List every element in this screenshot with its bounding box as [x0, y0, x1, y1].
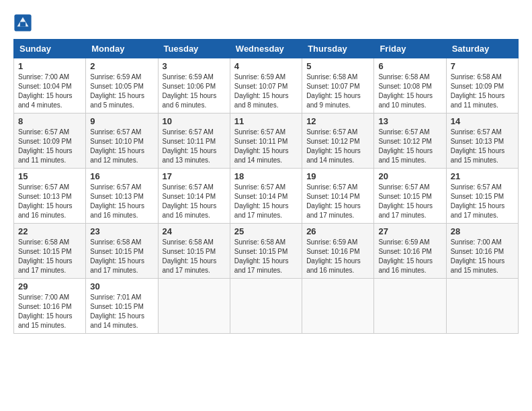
day-number: 25 [234, 226, 298, 236]
day-info: Sunrise: 6:58 AM Sunset: 10:15 PM Daylig… [163, 238, 226, 275]
day-info: Sunrise: 6:59 AM Sunset: 10:16 PM Daylig… [378, 238, 441, 275]
calendar-cell: 15 Sunrise: 6:57 AM Sunset: 10:13 PM Day… [14, 169, 86, 224]
day-info: Sunrise: 6:57 AM Sunset: 10:13 PM Daylig… [451, 128, 514, 165]
header-sunday: Sunday [14, 40, 86, 58]
day-number: 13 [378, 116, 441, 126]
day-info: Sunrise: 6:57 AM Sunset: 10:14 PM Daylig… [163, 183, 226, 220]
day-number: 30 [90, 281, 153, 291]
day-info: Sunrise: 6:57 AM Sunset: 10:12 PM Daylig… [306, 128, 369, 165]
calendar-cell: 9 Sunrise: 6:57 AM Sunset: 10:10 PM Dayl… [86, 113, 158, 169]
day-number: 27 [378, 226, 441, 236]
day-number: 29 [18, 281, 81, 291]
calendar-cell: 12 Sunrise: 6:57 AM Sunset: 10:12 PM Day… [302, 113, 374, 169]
day-number: 1 [18, 61, 81, 71]
page-header [13, 13, 519, 32]
calendar-cell: 30 Sunrise: 7:01 AM Sunset: 10:15 PM Day… [86, 279, 158, 334]
calendar-cell: 26 Sunrise: 6:59 AM Sunset: 10:16 PM Day… [302, 224, 374, 279]
day-number: 18 [234, 171, 298, 181]
day-info: Sunrise: 6:57 AM Sunset: 10:15 PM Daylig… [451, 183, 514, 220]
day-number: 15 [18, 171, 81, 181]
day-number: 3 [163, 61, 226, 71]
calendar-cell: 28 Sunrise: 7:00 AM Sunset: 10:16 PM Day… [446, 224, 518, 279]
calendar-cell: 14 Sunrise: 6:57 AM Sunset: 10:13 PM Day… [446, 113, 518, 169]
calendar-cell: 24 Sunrise: 6:58 AM Sunset: 10:15 PM Day… [158, 224, 230, 279]
day-number: 4 [234, 61, 298, 71]
day-info: Sunrise: 6:57 AM Sunset: 10:11 PM Daylig… [163, 128, 226, 165]
day-number: 19 [306, 171, 369, 181]
calendar-cell [158, 279, 230, 334]
day-info: Sunrise: 6:57 AM Sunset: 10:14 PM Daylig… [234, 183, 298, 220]
day-info: Sunrise: 6:59 AM Sunset: 10:06 PM Daylig… [163, 73, 226, 110]
day-number: 21 [451, 171, 514, 181]
day-info: Sunrise: 6:58 AM Sunset: 10:15 PM Daylig… [90, 238, 153, 275]
header-tuesday: Tuesday [158, 40, 230, 58]
day-number: 24 [163, 226, 226, 236]
day-number: 22 [18, 226, 81, 236]
calendar-week-row: 29 Sunrise: 7:00 AM Sunset: 10:16 PM Day… [14, 279, 519, 334]
calendar-cell: 22 Sunrise: 6:58 AM Sunset: 10:15 PM Day… [14, 224, 86, 279]
day-number: 11 [234, 116, 298, 126]
calendar-cell: 25 Sunrise: 6:58 AM Sunset: 10:15 PM Day… [230, 224, 302, 279]
day-number: 26 [306, 226, 369, 236]
day-info: Sunrise: 6:58 AM Sunset: 10:15 PM Daylig… [18, 238, 81, 275]
calendar-cell: 7 Sunrise: 6:58 AM Sunset: 10:09 PM Dayl… [446, 58, 518, 113]
calendar-cell: 1 Sunrise: 7:00 AM Sunset: 10:04 PM Dayl… [14, 58, 86, 113]
calendar-cell: 20 Sunrise: 6:57 AM Sunset: 10:15 PM Day… [374, 169, 446, 224]
day-number: 2 [90, 61, 153, 71]
calendar-cell: 13 Sunrise: 6:57 AM Sunset: 10:12 PM Day… [374, 113, 446, 169]
day-info: Sunrise: 7:00 AM Sunset: 10:04 PM Daylig… [18, 73, 81, 110]
calendar-cell: 29 Sunrise: 7:00 AM Sunset: 10:16 PM Day… [14, 279, 86, 334]
header-thursday: Thursday [302, 40, 374, 58]
calendar-cell [446, 279, 518, 334]
logo [13, 13, 35, 32]
day-info: Sunrise: 6:58 AM Sunset: 10:15 PM Daylig… [234, 238, 298, 275]
day-info: Sunrise: 6:59 AM Sunset: 10:05 PM Daylig… [90, 73, 153, 110]
day-info: Sunrise: 6:57 AM Sunset: 10:10 PM Daylig… [90, 128, 153, 165]
day-info: Sunrise: 6:57 AM Sunset: 10:14 PM Daylig… [306, 183, 369, 220]
calendar-cell: 6 Sunrise: 6:58 AM Sunset: 10:08 PM Dayl… [374, 58, 446, 113]
calendar-cell: 16 Sunrise: 6:57 AM Sunset: 10:13 PM Day… [86, 169, 158, 224]
svg-rect-2 [20, 22, 26, 27]
day-info: Sunrise: 6:57 AM Sunset: 10:09 PM Daylig… [18, 128, 81, 165]
calendar-cell [302, 279, 374, 334]
calendar-cell [230, 279, 302, 334]
calendar-table: SundayMondayTuesdayWednesdayThursdayFrid… [13, 39, 519, 334]
day-number: 23 [90, 226, 153, 236]
header-friday: Friday [374, 40, 446, 58]
calendar-cell: 4 Sunrise: 6:59 AM Sunset: 10:07 PM Dayl… [230, 58, 302, 113]
calendar-cell [374, 279, 446, 334]
calendar-cell: 2 Sunrise: 6:59 AM Sunset: 10:05 PM Dayl… [86, 58, 158, 113]
calendar-week-row: 8 Sunrise: 6:57 AM Sunset: 10:09 PM Dayl… [14, 113, 519, 169]
logo-icon [13, 13, 32, 32]
calendar-week-row: 1 Sunrise: 7:00 AM Sunset: 10:04 PM Dayl… [14, 58, 519, 113]
day-number: 12 [306, 116, 369, 126]
day-info: Sunrise: 6:57 AM Sunset: 10:12 PM Daylig… [378, 128, 441, 165]
calendar-cell: 18 Sunrise: 6:57 AM Sunset: 10:14 PM Day… [230, 169, 302, 224]
calendar-cell: 5 Sunrise: 6:58 AM Sunset: 10:07 PM Dayl… [302, 58, 374, 113]
day-number: 10 [163, 116, 226, 126]
day-number: 9 [90, 116, 153, 126]
day-number: 6 [378, 61, 441, 71]
day-number: 7 [451, 61, 514, 71]
day-number: 17 [163, 171, 226, 181]
calendar-week-row: 22 Sunrise: 6:58 AM Sunset: 10:15 PM Day… [14, 224, 519, 279]
day-number: 28 [451, 226, 514, 236]
calendar-cell: 27 Sunrise: 6:59 AM Sunset: 10:16 PM Day… [374, 224, 446, 279]
day-number: 8 [18, 116, 81, 126]
calendar-cell: 11 Sunrise: 6:57 AM Sunset: 10:11 PM Day… [230, 113, 302, 169]
calendar-cell: 8 Sunrise: 6:57 AM Sunset: 10:09 PM Dayl… [14, 113, 86, 169]
day-info: Sunrise: 6:57 AM Sunset: 10:13 PM Daylig… [90, 183, 153, 220]
header-saturday: Saturday [446, 40, 518, 58]
header-wednesday: Wednesday [230, 40, 302, 58]
day-info: Sunrise: 6:58 AM Sunset: 10:09 PM Daylig… [451, 73, 514, 110]
day-number: 14 [451, 116, 514, 126]
calendar-cell: 10 Sunrise: 6:57 AM Sunset: 10:11 PM Day… [158, 113, 230, 169]
day-info: Sunrise: 6:58 AM Sunset: 10:07 PM Daylig… [306, 73, 369, 110]
day-info: Sunrise: 7:01 AM Sunset: 10:15 PM Daylig… [90, 293, 153, 330]
day-number: 5 [306, 61, 369, 71]
calendar-cell: 19 Sunrise: 6:57 AM Sunset: 10:14 PM Day… [302, 169, 374, 224]
day-info: Sunrise: 6:57 AM Sunset: 10:11 PM Daylig… [234, 128, 298, 165]
day-info: Sunrise: 6:58 AM Sunset: 10:08 PM Daylig… [378, 73, 441, 110]
day-number: 20 [378, 171, 441, 181]
calendar-cell: 17 Sunrise: 6:57 AM Sunset: 10:14 PM Day… [158, 169, 230, 224]
